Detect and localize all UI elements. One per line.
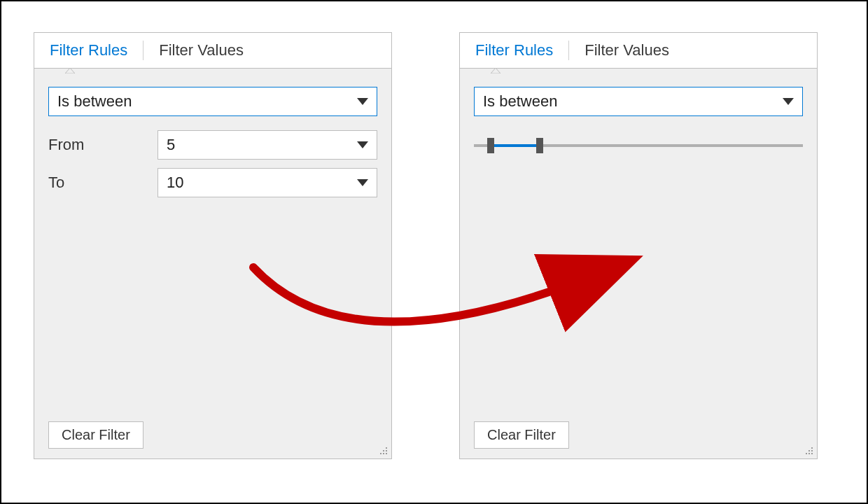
slider-fill xyxy=(491,144,540,147)
range-slider[interactable] xyxy=(474,137,803,154)
svg-marker-1 xyxy=(357,98,368,105)
clear-filter-button[interactable]: Clear Filter xyxy=(48,421,144,449)
to-dropdown-value: 10 xyxy=(167,174,183,192)
from-label: From xyxy=(48,136,146,154)
chevron-down-icon xyxy=(357,179,368,186)
tab-separator xyxy=(143,41,144,60)
svg-marker-3 xyxy=(357,179,368,186)
panel-body: Is between From 5 To xyxy=(34,69,391,421)
svg-rect-8 xyxy=(383,453,384,454)
slider-thumb-low[interactable] xyxy=(487,138,494,153)
panel-footer: Clear Filter xyxy=(34,421,391,458)
resize-gripper-icon[interactable] xyxy=(804,446,814,456)
to-row: To 10 xyxy=(48,168,377,197)
svg-rect-12 xyxy=(811,447,813,449)
svg-rect-17 xyxy=(811,453,813,454)
svg-rect-4 xyxy=(386,447,387,449)
canvas: Filter Rules Filter Values Is between xyxy=(0,0,868,504)
svg-rect-9 xyxy=(386,453,387,454)
tab-filter-rules[interactable]: Filter Rules xyxy=(46,37,132,64)
chevron-down-icon xyxy=(357,141,368,148)
tab-bar: Filter Rules Filter Values xyxy=(460,33,817,69)
svg-rect-13 xyxy=(808,450,810,451)
filter-panel-right: Filter Rules Filter Values Is between xyxy=(459,32,818,459)
operator-dropdown-value: Is between xyxy=(483,92,557,111)
to-dropdown[interactable]: 10 xyxy=(158,168,377,197)
svg-rect-14 xyxy=(811,450,813,451)
operator-dropdown-value: Is between xyxy=(57,92,132,111)
tab-bar: Filter Rules Filter Values xyxy=(34,33,391,69)
operator-dropdown[interactable]: Is between xyxy=(474,87,803,116)
panel-footer: Clear Filter xyxy=(460,421,817,458)
from-dropdown-value: 5 xyxy=(167,136,175,154)
operator-dropdown[interactable]: Is between xyxy=(48,87,377,116)
from-row: From 5 xyxy=(48,130,377,160)
tab-filter-values[interactable]: Filter Values xyxy=(155,37,248,64)
slider-thumb-high[interactable] xyxy=(536,138,543,153)
svg-rect-5 xyxy=(383,450,384,451)
svg-rect-15 xyxy=(806,453,807,454)
svg-rect-16 xyxy=(808,453,810,454)
resize-gripper-icon[interactable] xyxy=(379,446,388,456)
clear-filter-button[interactable]: Clear Filter xyxy=(474,421,569,449)
panels-row: Filter Rules Filter Values Is between xyxy=(34,32,834,472)
tab-filter-rules[interactable]: Filter Rules xyxy=(471,37,557,64)
to-label: To xyxy=(48,174,146,192)
svg-marker-2 xyxy=(357,141,368,148)
svg-rect-7 xyxy=(380,453,382,454)
svg-marker-11 xyxy=(783,98,794,105)
from-dropdown[interactable]: 5 xyxy=(158,130,377,160)
chevron-down-icon xyxy=(357,98,368,105)
tab-separator xyxy=(568,41,569,60)
tab-filter-values[interactable]: Filter Values xyxy=(580,37,673,64)
filter-panel-left: Filter Rules Filter Values Is between xyxy=(34,32,392,459)
svg-rect-6 xyxy=(386,450,387,451)
chevron-down-icon xyxy=(783,98,794,105)
panel-body: Is between xyxy=(460,69,817,421)
